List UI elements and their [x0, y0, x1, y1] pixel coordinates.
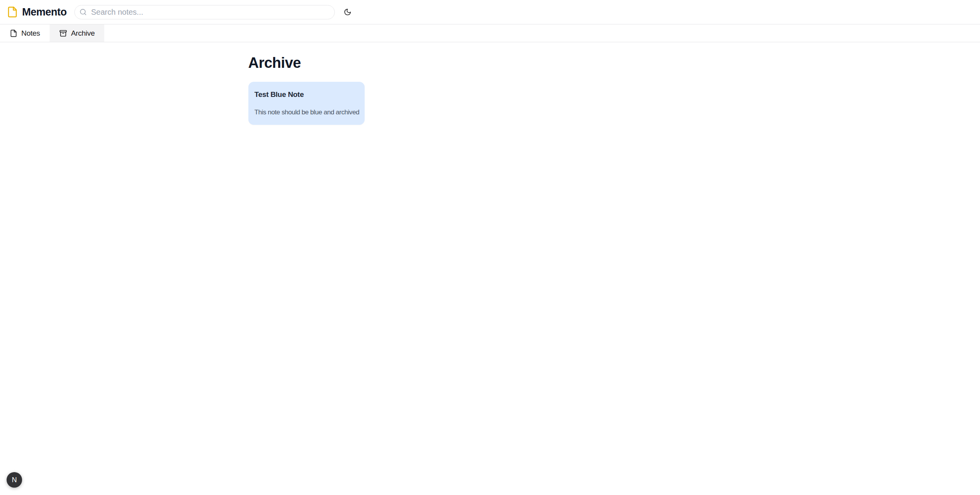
tab-archive[interactable]: Archive — [50, 24, 104, 42]
app-logo-file-icon — [7, 6, 18, 18]
app-header: Memento — [0, 0, 980, 24]
page-title: Archive — [248, 54, 732, 72]
search-input[interactable] — [74, 5, 335, 19]
view-tabs: Notes Archive — [0, 24, 980, 42]
notes-grid: Test Blue Note This note should be blue … — [248, 82, 732, 125]
avatar-initial: N — [12, 476, 17, 484]
tab-notes[interactable]: Notes — [0, 24, 50, 42]
note-title: Test Blue Note — [255, 90, 359, 99]
search-bar — [74, 5, 335, 19]
archive-icon — [59, 29, 67, 37]
tab-notes-label: Notes — [21, 29, 40, 38]
user-avatar-button[interactable]: N — [7, 472, 22, 488]
moon-icon — [344, 8, 351, 16]
tab-archive-label: Archive — [71, 29, 95, 38]
archive-page: Archive Test Blue Note This note should … — [248, 42, 732, 125]
note-body: This note should be blue and archived — [255, 108, 359, 117]
file-icon — [10, 29, 17, 37]
theme-toggle-button[interactable] — [340, 5, 355, 19]
note-card[interactable]: Test Blue Note This note should be blue … — [248, 82, 365, 125]
app-title: Memento — [22, 6, 67, 18]
